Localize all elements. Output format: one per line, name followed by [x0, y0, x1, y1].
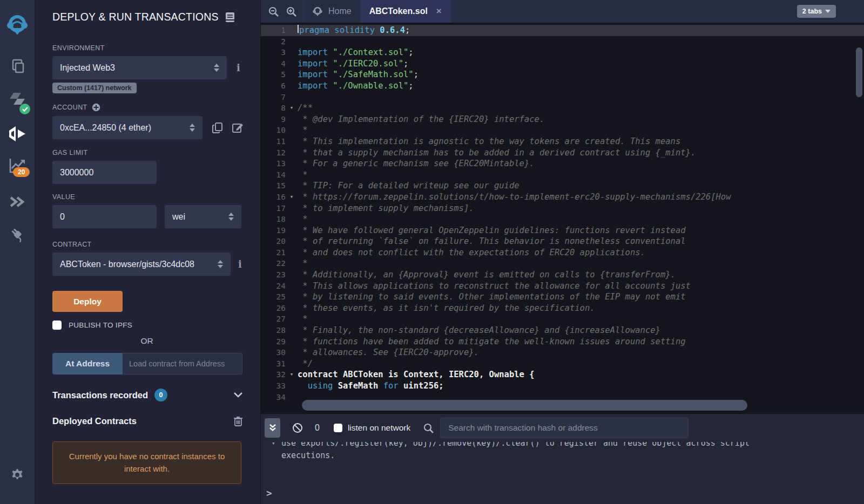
environment-value: Injected Web3 — [60, 63, 115, 73]
code-line: 2 — [261, 36, 864, 47]
transactions-recorded-row[interactable]: Transactions recorded 0 — [52, 386, 242, 404]
zoom-in-icon[interactable] — [286, 6, 296, 17]
code-line: 3import "./Context.sol"; — [261, 47, 864, 58]
code-line: 26 * these events, as it isn't required … — [261, 303, 864, 314]
gas-limit-input[interactable] — [52, 161, 157, 184]
code-line: 4import "./IERC20.sol"; — [261, 58, 864, 70]
caret-down-icon — [825, 10, 831, 13]
code-editor[interactable]: 1pragma solidity 0.6.4;23import "./Conte… — [261, 23, 864, 414]
copy-account-icon[interactable] — [212, 122, 222, 133]
remix-home-icon — [312, 6, 323, 17]
code-line: 30 * allowances. See {IERC20-approve}. — [261, 347, 864, 358]
account-value: 0xcEA...24850 (4 ether) — [60, 123, 151, 133]
code-line: 19 * We have followed general OpenZeppel… — [261, 225, 864, 236]
code-line: 18 * — [261, 214, 864, 225]
code-line: 7 — [261, 92, 864, 103]
at-address-input[interactable] — [123, 353, 242, 374]
docs-book-icon[interactable] — [225, 12, 235, 23]
code-line: 14 * — [261, 169, 864, 181]
file-explorer-icon[interactable] — [0, 58, 35, 75]
settings-gear-icon[interactable] — [0, 467, 35, 483]
code-line: 10 * — [261, 125, 864, 136]
publish-ipfs-checkbox[interactable] — [52, 321, 62, 330]
code-line: 27 * — [261, 314, 864, 325]
code-line: 13 * For a generic mechanism see {ERC20M… — [261, 158, 864, 169]
plugin-manager-icon[interactable] — [0, 226, 35, 243]
value-unit: wei — [172, 212, 185, 222]
trash-icon[interactable] — [234, 416, 242, 426]
deployed-contracts-label: Deployed Contracts — [52, 416, 137, 426]
account-label-text: ACCOUNT — [52, 104, 87, 111]
unit-testing-icon[interactable] — [0, 193, 35, 210]
contract-value: ABCToken - browser/gists/3c4dc08 — [60, 260, 194, 269]
no-instances-warning: Currently you have no contract instances… — [52, 441, 241, 484]
code-line: 31 */ — [261, 358, 864, 370]
gas-limit-label: GAS LIMIT — [52, 149, 87, 156]
value-input[interactable] — [52, 205, 157, 228]
select-spinner-icon — [214, 64, 219, 72]
tab-home-label: Home — [328, 6, 352, 16]
editor-column: Home ABCToken.sol × 2 tabs 1pragma solid… — [261, 0, 864, 504]
code-line: 11 * This implementation is agnostic to … — [261, 136, 864, 147]
code-line: 29 * functions have been added to mitiga… — [261, 336, 864, 348]
value-unit-select[interactable]: wei — [165, 205, 241, 228]
code-line: 12 * that a supply mechanism has to be a… — [261, 147, 864, 159]
deployed-contracts-row: Deployed Contracts — [52, 412, 242, 430]
code-line: 1pragma solidity 0.6.4; — [261, 25, 864, 36]
deploy-run-icon[interactable] — [0, 125, 35, 142]
environment-select[interactable]: Injected Web3 — [52, 56, 227, 79]
select-spinner-icon — [228, 213, 234, 221]
terminal-prompt[interactable]: > — [266, 487, 272, 499]
network-badge: Custom (1417) network — [52, 83, 137, 93]
tab-abctoken-label: ABCToken.sol — [369, 6, 428, 16]
terminal-search-input[interactable] — [440, 418, 688, 438]
deploy-button[interactable]: Deploy — [52, 291, 123, 312]
add-account-icon[interactable] — [92, 103, 100, 112]
panel-title-text: DEPLOY & RUN TRANSACTIONS — [52, 11, 219, 23]
code-line: 25 * by listening to said events. Other … — [261, 291, 864, 303]
log-caret-icon[interactable]: ▾ — [272, 442, 275, 449]
account-select[interactable]: 0xcEA...24850 (4 ether) — [52, 116, 202, 139]
deploy-run-panel: DEPLOY & RUN TRANSACTIONS ENVIRONMENT In… — [35, 0, 261, 504]
close-tab-icon[interactable]: × — [436, 6, 442, 17]
clear-console-icon[interactable] — [292, 423, 303, 433]
publish-ipfs-label: PUBLISH TO IPFS — [69, 321, 132, 329]
analysis-icon[interactable]: 20 — [0, 158, 35, 174]
code-line: 22 * — [261, 258, 864, 269]
code-line: 8▾/** — [261, 103, 864, 114]
environment-info-icon[interactable]: i — [237, 62, 240, 73]
log-line: executions. — [281, 449, 864, 462]
contract-select[interactable]: ABCToken - browser/gists/3c4dc08 — [52, 253, 231, 276]
remix-logo-icon — [0, 13, 35, 37]
panel-title: DEPLOY & RUN TRANSACTIONS — [52, 11, 235, 23]
chevron-down-icon[interactable] — [234, 392, 242, 398]
at-address-button[interactable]: At Address — [52, 353, 123, 374]
code-line: 28 * Finally, the non-standard {decrease… — [261, 325, 864, 336]
sign-message-icon[interactable] — [232, 122, 244, 133]
vertical-scrollbar[interactable] — [856, 47, 862, 97]
code-line: 24 * This allows applications to reconst… — [261, 281, 864, 292]
transactions-count-badge: 0 — [154, 389, 167, 401]
code-line: 32▾contract ABCToken is Context, IERC20,… — [261, 369, 864, 380]
contract-info-icon[interactable]: i — [238, 258, 242, 270]
listen-network-checkbox[interactable] — [334, 424, 342, 432]
expand-terminal-icon[interactable] — [265, 418, 280, 438]
text-cursor — [298, 25, 299, 33]
listen-network-label: listen on network — [348, 423, 410, 433]
terminal-toolbar: 0 listen on network — [261, 414, 864, 442]
tabs-count-button[interactable]: 2 tabs — [797, 5, 836, 18]
account-label: ACCOUNT — [52, 103, 100, 112]
code-line: 15 * TIP: For a detailed writeup see our… — [261, 180, 864, 192]
solidity-compiler-icon[interactable] — [0, 92, 35, 111]
tab-home[interactable]: Home — [303, 0, 361, 23]
code-line: 6import "./Ownable.sol"; — [261, 80, 864, 92]
icon-rail: 20 — [0, 0, 35, 504]
tab-bar: Home ABCToken.sol × 2 tabs — [261, 0, 864, 23]
tab-abctoken[interactable]: ABCToken.sol × — [361, 0, 451, 23]
terminal: 0 listen on network ▾ use exports/.regis… — [261, 414, 864, 504]
transactions-recorded-label: Transactions recorded — [52, 390, 148, 400]
code-line: 20 * of returning `false` on failure. Th… — [261, 236, 864, 247]
zoom-out-icon[interactable] — [268, 6, 279, 17]
horizontal-scrollbar[interactable] — [302, 400, 747, 411]
search-icon — [423, 423, 434, 433]
